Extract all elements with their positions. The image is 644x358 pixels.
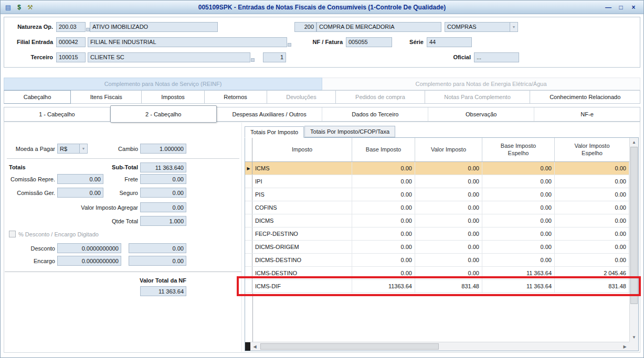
sub-tab-label: 2 - Cabeçalho	[145, 111, 182, 117]
notes-icon[interactable]: ▤	[4, 3, 13, 12]
oficial-field[interactable]: ...	[474, 52, 519, 62]
column-header[interactable]: Base Imposto	[352, 138, 415, 161]
main-tabs: Cabeçalho Itens Fiscais Impostos Retorno…	[4, 90, 640, 104]
cfop-code-field[interactable]: 200	[294, 22, 316, 32]
divider	[7, 158, 239, 159]
lookup-handle[interactable]	[86, 28, 90, 31]
table-body: ▶ ICMS 0.00 0.00 0.00 0.00 ▶ IPI 0.00 0.…	[245, 162, 629, 293]
cell-imposto: ICMS	[252, 162, 352, 175]
terceiro-code-field[interactable]: 100015	[56, 52, 86, 62]
tax-tab[interactable]: Totais Por Imposto/CFOP/Taxa	[304, 126, 395, 137]
main-tab[interactable]: Cabeçalho	[4, 90, 71, 104]
table-row[interactable]: ▶ ICMS-DIF 11363.64 831.48 11 363.64 831…	[245, 280, 629, 293]
tipo-operacao-select[interactable]: COMPRAS ▼	[445, 22, 518, 32]
scroll-down-icon[interactable]: ▼	[630, 333, 638, 342]
table-row[interactable]: ▶ ICMS-DESTINO 0.00 0.00 11 363.64 2 045…	[245, 267, 629, 280]
table-row[interactable]: ▶ COFINS 0.00 0.00 0.00 0.00	[245, 201, 629, 214]
window-title: 005109SPK - Entradas de Notas Fiscais de…	[1, 4, 643, 11]
column-header[interactable]: Valor Imposto Espelho	[555, 138, 629, 161]
imposto-agregar-field[interactable]: 0.00	[140, 202, 186, 212]
cambio-label: Cambio	[94, 146, 138, 152]
frete-field[interactable]: 0.00	[140, 174, 186, 184]
sub-tab[interactable]: Observação	[428, 107, 534, 121]
subtotal-label: Sub-Total	[83, 164, 138, 170]
sub-tab[interactable]: 2 - Cabeçalho	[110, 105, 217, 123]
encargo-valor-field[interactable]: 0.00	[129, 256, 186, 266]
main-tab[interactable]: Notas Para Complemento	[425, 90, 531, 104]
main-tab[interactable]: Devoluções	[267, 90, 336, 104]
table-row[interactable]: ▶ ICMS 0.00 0.00 0.00 0.00	[245, 162, 629, 175]
main-tab[interactable]: Pedidos de compra	[336, 90, 425, 104]
table-row[interactable]: ▶ IPI 0.00 0.00 0.00 0.00	[245, 175, 629, 188]
title-bar: ▤ $ ⚒ 005109SPK - Entradas de Notas Fisc…	[1, 1, 643, 14]
cambio-field[interactable]: 1.000000	[140, 144, 186, 154]
row-selector-icon: ▶	[245, 227, 252, 240]
nf-fatura-field[interactable]: 005055	[346, 37, 392, 47]
qtde-total-field[interactable]: 1.000	[140, 216, 186, 226]
main-tab[interactable]: Retornos	[205, 90, 267, 104]
wrench-icon[interactable]: ⚒	[26, 3, 35, 12]
maximize-button[interactable]: □	[615, 3, 627, 12]
filial-desc-field[interactable]: FILIAL NFE INDUSTRIAL	[88, 37, 287, 47]
encargo-pct-field[interactable]: 0.0000000000	[57, 256, 121, 266]
horizontal-scrollbar-thumb[interactable]	[260, 343, 439, 350]
moeda-label: Moeda a Pagar	[5, 146, 55, 152]
natureza-op-code-field[interactable]: 200.03	[56, 22, 86, 32]
complement-tabs: Complemento para Notas de Serviço (REINF…	[4, 78, 640, 90]
main-tab[interactable]: Conhecimento Relacionado	[530, 90, 640, 104]
lookup-handle[interactable]	[288, 43, 291, 47]
desconto-valor-field[interactable]: 0.00	[129, 243, 186, 253]
grid-splitter[interactable]	[245, 342, 250, 351]
column-header[interactable]: Imposto	[252, 138, 352, 161]
natureza-op-desc-field[interactable]: ATIVO IMOBILIZADO	[90, 22, 218, 32]
table-row[interactable]: ▶ PIS 0.00 0.00 0.00 0.00	[245, 188, 629, 201]
valor-total-nf-field[interactable]: 11 363.64	[140, 286, 186, 296]
table-row[interactable]: ▶ DICMS-DESTINO 0.00 0.00 0.00 0.00	[245, 254, 629, 267]
complement-tab[interactable]: Complemento para Notas de Energia Elétri…	[322, 78, 640, 90]
cfop-desc-field[interactable]: COMPRA DE MERCADORIA	[316, 22, 441, 32]
tax-tab[interactable]: Totais Por Imposto	[245, 126, 304, 138]
filial-code-field[interactable]: 000042	[56, 37, 86, 47]
main-tab-label: Cabeçalho	[24, 94, 51, 100]
cell-base-imposto: 0.00	[352, 175, 415, 188]
column-header[interactable]: Valor Imposto	[415, 138, 482, 161]
serie-field[interactable]: 44	[427, 37, 472, 47]
table-row[interactable]: ▶ DICMS 0.00 0.00 0.00 0.00	[245, 214, 629, 227]
horizontal-scrollbar[interactable]: ◀ ▶	[245, 342, 629, 351]
cell-imposto: COFINS	[252, 201, 352, 214]
table-row[interactable]: ▶ FECP-DESTINO 0.00 0.00 0.00 0.00	[245, 227, 629, 241]
terceiro-desc-field[interactable]: CLIENTE SC	[88, 52, 250, 62]
moeda-select[interactable]: R$ ▼	[57, 144, 88, 154]
terceiro-seq-field[interactable]: 1	[263, 52, 286, 62]
scroll-left-icon[interactable]: ◀	[250, 342, 259, 351]
sub-tab[interactable]: 1 - Cabeçalho	[4, 107, 110, 121]
cell-valor-espelho: 0.00	[555, 241, 629, 253]
vertical-scrollbar-thumb[interactable]	[630, 147, 638, 304]
desconto-digitado-checkbox[interactable]	[9, 231, 16, 237]
lookup-handle[interactable]	[251, 58, 255, 62]
cell-base-espelho: 0.00	[482, 201, 555, 214]
cell-base-imposto: 0.00	[352, 214, 415, 227]
dropdown-icon[interactable]: ▼	[79, 144, 88, 154]
scroll-up-icon[interactable]: ▲	[630, 138, 638, 147]
main-tab-label: Pedidos de compra	[355, 94, 405, 100]
filial-row: Filial Entrada 000042 FILIAL NFE INDUSTR…	[8, 37, 636, 47]
subtotal-field[interactable]: 11 363.640	[140, 162, 186, 172]
sub-tab[interactable]: Dados do Terceiro	[322, 107, 428, 121]
minimize-button[interactable]: —	[603, 3, 614, 12]
seguro-field[interactable]: 0.00	[140, 188, 186, 198]
vertical-scrollbar[interactable]: ▲ ▼	[629, 138, 638, 342]
scroll-right-icon[interactable]: ▶	[620, 342, 629, 351]
table-row[interactable]: ▶ DICMS-ORIGEM 0.00 0.00 0.00 0.00	[245, 241, 629, 254]
desconto-pct-field[interactable]: 0.0000000000	[57, 243, 121, 253]
column-header[interactable]: Base Imposto Espelho	[482, 138, 555, 161]
main-tab[interactable]: Itens Fiscais	[71, 90, 142, 104]
close-button[interactable]: ×	[628, 3, 639, 12]
complement-tab[interactable]: Complemento para Notas de Serviço (REINF…	[4, 78, 322, 90]
cell-valor-espelho: 0.00	[555, 162, 629, 175]
money-icon[interactable]: $	[15, 3, 24, 12]
main-tab[interactable]: Impostos	[142, 90, 204, 104]
sub-tab[interactable]: NF-e	[534, 107, 640, 121]
dropdown-icon[interactable]: ▼	[510, 22, 518, 32]
sub-tab[interactable]: Despesas Auxiliares / Outros	[217, 107, 323, 121]
